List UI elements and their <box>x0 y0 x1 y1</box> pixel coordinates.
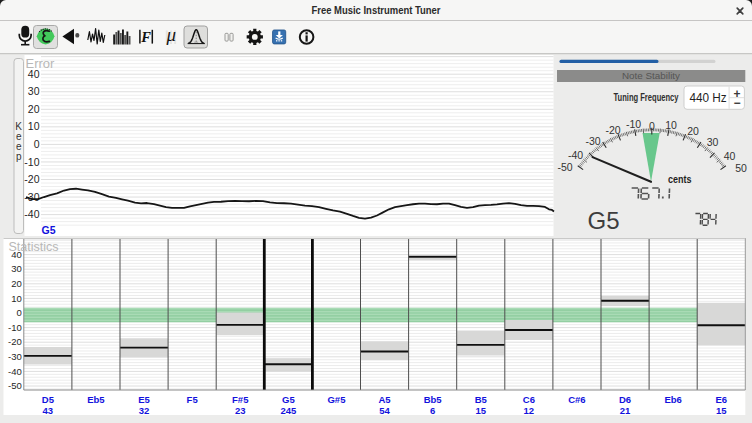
svg-text:-10: -10 <box>24 156 39 168</box>
svg-text:cents: cents <box>668 174 692 185</box>
svg-text:440 Hz: 440 Hz <box>689 91 726 105</box>
svg-text:0: 0 <box>649 120 655 132</box>
svg-text:15: 15 <box>475 405 486 416</box>
svg-text:-30: -30 <box>8 351 22 362</box>
svg-text:-50: -50 <box>8 380 22 391</box>
svg-text:-10: -10 <box>8 322 22 333</box>
svg-text:G5: G5 <box>588 207 620 234</box>
svg-text:Eb6: Eb6 <box>664 394 681 405</box>
svg-text:D5: D5 <box>42 394 55 405</box>
svg-text:30: 30 <box>11 263 22 274</box>
svg-text:12: 12 <box>524 405 535 416</box>
svg-text:-20: -20 <box>605 124 620 136</box>
svg-text:-40: -40 <box>568 149 583 161</box>
svg-text:10: 10 <box>11 293 22 304</box>
svg-text:B5: B5 <box>475 394 488 405</box>
svg-text:p: p <box>16 151 22 162</box>
svg-text:40: 40 <box>724 150 736 162</box>
svg-text:6: 6 <box>430 405 435 416</box>
svg-text:43: 43 <box>43 405 54 416</box>
svg-text:10: 10 <box>665 119 677 131</box>
svg-text:54: 54 <box>379 405 390 416</box>
svg-text:20: 20 <box>28 103 40 115</box>
svg-text:G5: G5 <box>282 394 295 405</box>
svg-text:μ: μ <box>165 24 176 45</box>
svg-text:G#5: G#5 <box>327 394 346 405</box>
svg-text:E6: E6 <box>715 394 727 405</box>
svg-text:32: 32 <box>139 405 150 416</box>
svg-text:E5: E5 <box>138 394 150 405</box>
svg-text:−: − <box>733 96 740 110</box>
svg-text:-50: -50 <box>557 161 572 173</box>
svg-text:15: 15 <box>716 405 727 416</box>
svg-text:C6: C6 <box>523 394 535 405</box>
svg-text:Error: Error <box>26 56 56 71</box>
svg-text:-20: -20 <box>8 336 22 347</box>
svg-text:F#5: F#5 <box>232 394 249 405</box>
svg-text:30: 30 <box>707 136 719 148</box>
svg-text:-40: -40 <box>24 208 39 220</box>
svg-text:-40: -40 <box>8 366 22 377</box>
svg-text:Statistics: Statistics <box>9 240 59 254</box>
svg-text:F5: F5 <box>187 394 199 405</box>
svg-text:10: 10 <box>28 120 40 132</box>
svg-text:Tuning Frequency: Tuning Frequency <box>614 92 679 103</box>
svg-text:Note Stability: Note Stability <box>622 70 680 81</box>
svg-text:G5: G5 <box>42 224 56 236</box>
svg-text:21: 21 <box>620 405 631 416</box>
svg-text:K: K <box>15 121 22 132</box>
svg-text:20: 20 <box>687 125 699 137</box>
svg-text:30: 30 <box>28 85 40 97</box>
svg-text:0: 0 <box>34 138 40 150</box>
svg-text:0: 0 <box>17 307 22 318</box>
svg-text:Eb5: Eb5 <box>87 394 105 405</box>
svg-text:-30: -30 <box>585 135 600 147</box>
svg-text:D6: D6 <box>619 394 631 405</box>
svg-text:-10: -10 <box>626 118 641 130</box>
svg-text:23: 23 <box>235 405 246 416</box>
svg-text:245: 245 <box>280 405 297 416</box>
svg-text:50: 50 <box>735 162 747 174</box>
svg-text:C#6: C#6 <box>568 394 585 405</box>
svg-text:-20: -20 <box>24 173 39 185</box>
svg-text:20: 20 <box>11 278 22 289</box>
svg-text:Bb5: Bb5 <box>424 394 443 405</box>
svg-text:A5: A5 <box>378 394 391 405</box>
svg-text:F: F <box>140 29 151 45</box>
svg-text:Free Music Instrument Tuner: Free Music Instrument Tuner <box>312 4 441 16</box>
